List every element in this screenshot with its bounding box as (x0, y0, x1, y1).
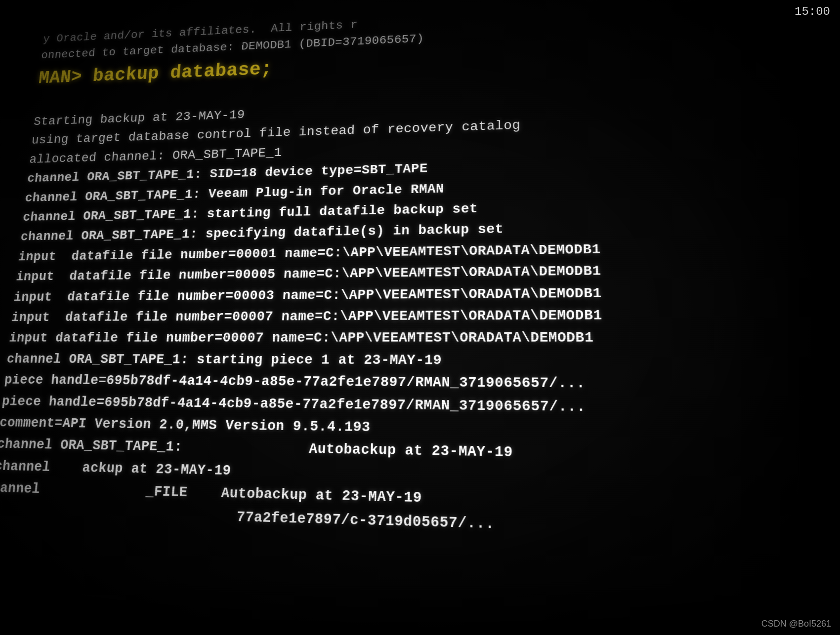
terminal-screen: y Oracle and/or its affiliates. All righ… (0, 0, 840, 635)
line-channel-piece-start: input datafile file number=00007 name=C:… (8, 326, 840, 350)
bottom-fade-overlay (0, 576, 840, 635)
terminal-content: y Oracle and/or its affiliates. All righ… (0, 0, 840, 560)
watermark: CSDN @BoI5261 (761, 619, 831, 629)
terminal-timestamp: 15:00 (795, 5, 830, 18)
line-input-00007: input datafile file number=00007 name=C:… (10, 303, 840, 328)
